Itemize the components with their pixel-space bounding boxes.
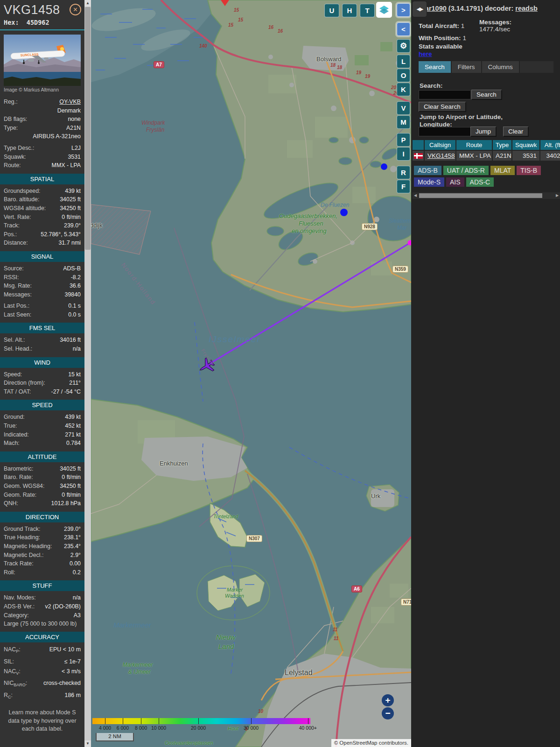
jump-button[interactable]: Jump — [470, 127, 497, 137]
stats-here-row: here — [419, 50, 432, 57]
scroll-left-icon[interactable]: ◀ — [413, 192, 418, 199]
badge-ais[interactable]: AIS — [446, 177, 464, 187]
map-canvas[interactable]: BolswardWindparkFryslânddijkNoord-Hollan… — [91, 0, 411, 747]
map-button-H[interactable]: H — [342, 4, 357, 17]
badge-mode-s[interactable]: Mode-S — [414, 177, 444, 187]
squawk-cell: 3531 — [512, 151, 539, 161]
data-row-label: NACV: — [4, 667, 21, 678]
data-row: Roll:0.2 — [0, 568, 84, 577]
data-row-label: NICBARO: — [4, 678, 27, 690]
data-row-label: Vert. Rate: — [4, 213, 31, 222]
scroll-right-icon[interactable]: ▶ — [554, 192, 560, 199]
zoom-in-button[interactable]: + — [382, 694, 394, 706]
callsign-cell[interactable]: VKG1458 — [425, 151, 455, 161]
layer-switcher-button[interactable] — [376, 2, 392, 18]
badge-mlat[interactable]: MLAT — [490, 166, 515, 175]
badge-uat-ads-r[interactable]: UAT / ADS-R — [443, 166, 489, 175]
legend-tick-label: 40 000+ — [299, 725, 317, 731]
messages-value: 1477.4/sec — [479, 26, 510, 33]
tab-columns[interactable]: Columns — [482, 61, 519, 73]
legend-tick-label: 8 000 — [135, 725, 147, 731]
clear-search-button[interactable]: Clear Search — [419, 102, 466, 112]
clear-button[interactable]: Clear — [503, 127, 529, 137]
badge-ads-b[interactable]: ADS-B — [414, 166, 441, 175]
type-cell: A21N — [493, 151, 511, 161]
section-header-spatial: SPATIAL — [0, 174, 84, 184]
data-row-label: Track Rate: — [4, 559, 34, 568]
data-row-value: A3 — [74, 611, 81, 620]
close-icon[interactable]: ✕ — [70, 4, 81, 15]
data-row-label: Last Seen: — [4, 310, 31, 319]
map-button-P[interactable]: P — [397, 133, 410, 147]
sidebar-scrollbar-thumb[interactable] — [85, 7, 91, 250]
info-row: Route:MMX - LPA — [0, 161, 84, 170]
divider — [0, 29, 84, 30]
data-row-value: 211° — [69, 379, 81, 388]
expand-panel-button[interactable]: > — [397, 3, 410, 17]
data-row: NACP:EPU < 10 m — [0, 645, 84, 656]
column-header-Alt. (ft)[interactable]: Alt. (ft) — [540, 140, 560, 150]
flag-cell — [413, 151, 424, 161]
total-aircraft-label: Total Aircraft: — [419, 22, 459, 29]
sidebar-scrollbar[interactable]: ▲ ▼ — [84, 0, 91, 747]
map-button-K[interactable]: K — [397, 83, 410, 96]
data-row-label: RC: — [4, 691, 13, 702]
data-row-value: 439 kt — [65, 413, 81, 422]
settings-button[interactable]: ⚙ — [397, 39, 410, 53]
badge-tis-b[interactable]: TIS-B — [517, 166, 541, 175]
column-header-flag[interactable] — [413, 140, 424, 150]
panel-toggle-button[interactable]: ◀▶ — [412, 1, 427, 17]
column-header-Type[interactable]: Type — [493, 140, 511, 150]
column-header-Route[interactable]: Route — [456, 140, 492, 150]
decoder-label: decoder: — [485, 5, 513, 12]
aircraft-hex: Hex: 45D962 — [0, 17, 84, 29]
map-button-O[interactable]: O — [397, 69, 410, 82]
search-button[interactable]: Search — [471, 90, 502, 100]
data-row: Speed:15 kt — [0, 370, 84, 379]
map-button-U[interactable]: U — [324, 4, 339, 17]
readsb-link[interactable]: readsb — [515, 5, 538, 12]
scroll-up-icon[interactable]: ▲ — [84, 0, 91, 7]
info-row-label: Route: — [4, 161, 21, 170]
data-row-value: 0 ft/min — [62, 473, 81, 482]
search-input[interactable] — [419, 90, 471, 99]
scroll-down-icon[interactable]: ▼ — [84, 740, 91, 747]
data-row-label: Barometric: — [4, 465, 33, 473]
tab-search[interactable]: Search — [419, 61, 451, 73]
info-row-value[interactable]: OY-VKB — [59, 98, 81, 106]
map-button-T[interactable]: T — [360, 4, 375, 17]
map-button-I[interactable]: I — [397, 147, 410, 161]
map-button-F[interactable]: F — [397, 180, 410, 193]
data-row-label: RSSI: — [4, 273, 19, 282]
map-button-M[interactable]: M — [397, 115, 410, 129]
denmark-flag-icon — [414, 153, 423, 159]
badge-ads-c[interactable]: ADS-C — [466, 177, 494, 187]
tab-filters[interactable]: Filters — [452, 61, 481, 73]
map-button-R[interactable]: R — [397, 166, 410, 179]
info-row-label: Squawk: — [4, 153, 26, 162]
map-button-V[interactable]: V — [397, 101, 410, 115]
stats-here-link[interactable]: here — [419, 50, 432, 57]
table-scrollbar-thumb[interactable] — [419, 193, 542, 198]
data-row: True Heading:238.1° — [0, 533, 84, 542]
map-button-L[interactable]: L — [397, 55, 410, 68]
zoom-out-button[interactable]: − — [382, 707, 394, 719]
data-row-value: n/a — [73, 345, 81, 353]
data-row-label: Baro. Rate: — [4, 473, 33, 482]
aircraft-photo[interactable]: SUNCLASS — [4, 35, 81, 86]
with-position-value: 1 — [462, 35, 466, 42]
column-header-Callsign[interactable]: Callsign — [425, 140, 455, 150]
jump-input[interactable] — [419, 127, 471, 136]
column-header-Squawk[interactable]: Squawk — [512, 140, 539, 150]
table-horizontal-scrollbar[interactable]: ◀ ▶ — [413, 192, 560, 199]
data-row-label: Mach: — [4, 439, 20, 448]
data-row-value: 34025 ft — [60, 195, 81, 204]
altitude-legend — [92, 718, 310, 724]
data-row: Sel. Head.:n/a — [0, 345, 84, 353]
collapse-panel-button[interactable]: < — [397, 22, 410, 36]
data-row: QNH:1012.8 hPa — [0, 499, 84, 508]
data-row: ADS-B Ver.:v2 (DO-260B) — [0, 602, 84, 611]
table-row[interactable]: VKG1458MMX - LPAA21N353134025 — [413, 151, 560, 161]
osm-link[interactable]: OpenStreetMap — [339, 740, 377, 746]
legend-tick — [123, 718, 123, 724]
